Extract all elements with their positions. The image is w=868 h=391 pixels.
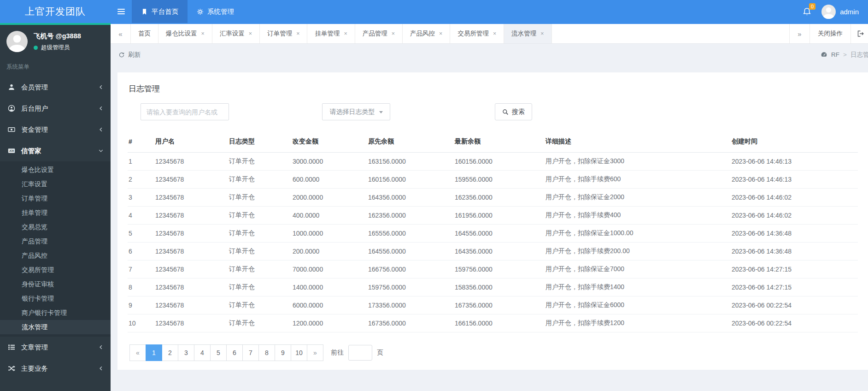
- tabs-scroll-right-button[interactable]: »: [789, 24, 809, 43]
- table-cell: 订单开仓: [228, 314, 292, 332]
- table-cell: 1400.0000: [292, 278, 367, 296]
- tabs-scroll-left-button[interactable]: «: [111, 24, 131, 43]
- page-button-3[interactable]: 3: [178, 344, 194, 361]
- sidebar-subitem[interactable]: 身份证审核: [0, 277, 111, 291]
- table-cell: 160156.0000: [367, 170, 454, 188]
- table-cell: 用户开仓，扣除保证金1000.00: [545, 224, 731, 242]
- sidebar-item-backend-users[interactable]: 后台用户: [0, 98, 111, 119]
- table-cell: 3000.0000: [292, 152, 367, 170]
- page-button-8[interactable]: 8: [258, 344, 275, 361]
- table-cell: 订单开仓: [228, 260, 292, 278]
- sidebar-item-article-management[interactable]: 文章管理: [0, 337, 111, 358]
- page-title: 日志管理: [129, 83, 858, 94]
- nav-system-management[interactable]: 系统管理: [188, 0, 243, 23]
- breadcrumb-bar: 刷新 RF > 日志管理: [111, 44, 868, 65]
- refresh-button[interactable]: 刷新: [118, 51, 141, 59]
- sidebar-item-member-management[interactable]: 会员管理: [0, 77, 111, 98]
- pagination: « 12345678910 » 前往 页: [129, 344, 858, 361]
- page-button-1[interactable]: 1: [146, 344, 162, 361]
- sidebar-subitem[interactable]: 汇率设置: [0, 177, 111, 191]
- tab-home[interactable]: 首页: [131, 24, 158, 43]
- user-menu[interactable]: admin: [817, 0, 868, 23]
- table-cell: 用户开仓，扣除手续费600: [545, 170, 731, 188]
- avatar: [821, 5, 836, 19]
- sidebar-subitem[interactable]: 爆仓比设置: [0, 163, 111, 177]
- sidebar-item-main-business[interactable]: 主要业务: [0, 358, 111, 379]
- page-button-6[interactable]: 6: [226, 344, 243, 361]
- table-cell: 164356.0000: [454, 242, 545, 260]
- tab-close-icon[interactable]: ×: [201, 30, 205, 37]
- sidebar-avatar: [6, 31, 28, 52]
- column-header: 详细描述: [545, 131, 731, 152]
- page-button-4[interactable]: 4: [194, 344, 211, 361]
- tab-close-icon[interactable]: ×: [493, 30, 496, 37]
- tab-close-icon[interactable]: ×: [540, 30, 544, 37]
- sidebar-user-role: 超级管理员: [34, 44, 81, 52]
- table-row: 812345678订单开仓1400.0000159756.0000158356.…: [128, 278, 858, 296]
- sidebar-subitem[interactable]: 产品管理: [0, 234, 111, 249]
- table-cell: 159556.0000: [454, 170, 545, 188]
- tab-close-icon[interactable]: ×: [439, 30, 442, 37]
- table-cell: 12345678: [154, 224, 228, 242]
- sidebar-subitem[interactable]: 商户银行卡管理: [0, 306, 111, 320]
- notifications-button[interactable]: 0: [797, 0, 817, 23]
- sidebar-subitem[interactable]: 银行卡管理: [0, 291, 111, 306]
- close-operations-button[interactable]: 关闭操作: [809, 24, 850, 43]
- tab-pending-order-management[interactable]: 挂单管理×: [307, 24, 355, 43]
- chevron-left-icon: [98, 344, 104, 350]
- table-cell: 用户开仓，扣除保证金3000: [545, 152, 731, 170]
- log-type-select[interactable]: 请选择日志类型: [322, 103, 390, 120]
- sidebar-subitem[interactable]: 挂单管理: [0, 206, 111, 220]
- table-cell: 4: [128, 206, 154, 224]
- tab-product-management[interactable]: 产品管理×: [355, 24, 403, 43]
- goto-page-input[interactable]: [348, 345, 372, 361]
- page-button-2[interactable]: 2: [162, 344, 178, 361]
- tab-product-risk-control[interactable]: 产品风控×: [403, 24, 450, 43]
- sidebar-subitem[interactable]: 交易总览: [0, 220, 111, 234]
- person-icon: [821, 5, 836, 19]
- breadcrumb-home[interactable]: RF: [831, 51, 839, 58]
- sidebar-section-label: 系统菜单: [0, 59, 111, 77]
- username-search-input[interactable]: [141, 103, 229, 120]
- next-page-button[interactable]: »: [307, 344, 323, 361]
- sidebar-item-funds-management[interactable]: 资金管理: [0, 119, 111, 140]
- sidebar-subitem[interactable]: 订单管理: [0, 191, 111, 206]
- table-cell: 6000.0000: [292, 296, 367, 314]
- tab-order-management[interactable]: 订单管理×: [260, 24, 307, 43]
- sign-out-icon: [857, 30, 864, 37]
- table-cell: 2000.0000: [292, 188, 367, 206]
- page-button-7[interactable]: 7: [242, 344, 259, 361]
- page-button-10[interactable]: 10: [291, 344, 307, 361]
- tab-close-icon[interactable]: ×: [392, 30, 395, 37]
- sidebar: 飞机号 @g3888 超级管理员 系统菜单 会员管理后台用户资金管理JCB信管家…: [0, 23, 111, 391]
- app-window: 上官开发团队 平台首页 系统管理: [0, 0, 868, 391]
- table-cell: 165556.0000: [367, 224, 454, 242]
- brand-logo[interactable]: 上官开发团队: [0, 0, 111, 23]
- table-cell: 200.0000: [292, 242, 367, 260]
- sidebar-item-label: 后台用户: [21, 104, 48, 113]
- tab-exchange-rate-settings[interactable]: 汇率设置×: [212, 24, 260, 43]
- tab-flow-management[interactable]: 流水管理×: [504, 24, 551, 43]
- tab-label: 挂单管理: [315, 30, 340, 38]
- sidebar-toggle-button[interactable]: [111, 0, 132, 23]
- chevron-left-icon: [98, 366, 104, 371]
- column-header: 创建时间: [731, 131, 858, 152]
- sidebar-subitem[interactable]: 产品风控: [0, 249, 111, 263]
- sidebar-subitem[interactable]: 流水管理: [0, 320, 111, 334]
- nav-platform-home[interactable]: 平台首页: [132, 0, 188, 23]
- credit-card-icon: JCB: [7, 147, 16, 154]
- tab-burst-ratio-settings[interactable]: 爆仓比设置×: [158, 24, 212, 43]
- page-button-5[interactable]: 5: [210, 344, 227, 361]
- search-button[interactable]: 搜索: [495, 103, 532, 120]
- tab-exchange-management[interactable]: 交易所管理×: [450, 24, 504, 43]
- log-table: #用户名日志类型改变金额原先余额最新余额详细描述创建时间 112345678订单…: [128, 131, 858, 332]
- table-cell: 用户开仓，扣除手续费1400: [545, 278, 731, 296]
- tab-close-icon[interactable]: ×: [344, 30, 347, 37]
- prev-page-button[interactable]: «: [129, 344, 146, 361]
- exit-fullscreen-button[interactable]: [850, 24, 868, 43]
- page-button-9[interactable]: 9: [275, 344, 291, 361]
- tab-close-icon[interactable]: ×: [249, 30, 252, 37]
- sidebar-item-xinguanjia[interactable]: JCB信管家: [0, 140, 111, 161]
- sidebar-subitem[interactable]: 交易所管理: [0, 263, 111, 277]
- tab-close-icon[interactable]: ×: [296, 30, 299, 37]
